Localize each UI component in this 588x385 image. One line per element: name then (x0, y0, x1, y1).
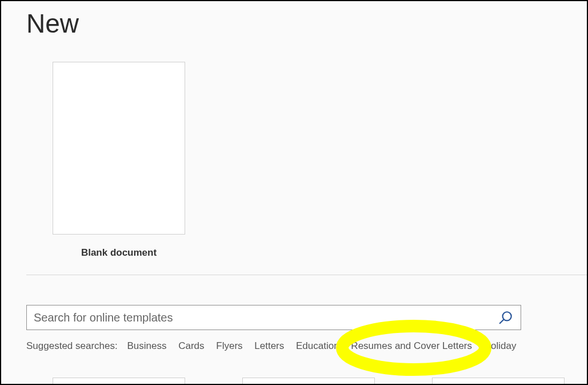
search-container (26, 305, 521, 330)
suggested-label: Suggested searches: (26, 340, 118, 351)
svg-point-0 (503, 312, 511, 320)
section-divider (26, 275, 588, 275)
search-icon (498, 310, 513, 325)
template-thumbnail-partial[interactable] (432, 378, 565, 385)
template-item-blank[interactable]: Blank document (53, 62, 185, 259)
suggested-link-education[interactable]: Education (296, 340, 339, 352)
template-label: Blank document (53, 247, 185, 259)
suggested-link-business[interactable]: Business (127, 340, 166, 352)
blank-document-thumbnail[interactable] (53, 62, 185, 235)
suggested-searches-row: Suggested searches: Business Cards Flyer… (26, 340, 587, 352)
bottom-template-row (53, 378, 587, 385)
svg-line-1 (499, 319, 504, 324)
suggested-link-letters[interactable]: Letters (254, 340, 284, 352)
template-gallery: Blank document (53, 62, 587, 259)
suggested-link-resumes[interactable]: Resumes and Cover Letters (351, 340, 472, 352)
suggested-link-flyers[interactable]: Flyers (216, 340, 242, 352)
suggested-link-cards[interactable]: Cards (178, 340, 204, 352)
search-input[interactable] (34, 311, 498, 324)
template-thumbnail-partial[interactable] (242, 378, 375, 385)
page-title: New (26, 8, 587, 39)
template-thumbnail-partial[interactable] (53, 378, 185, 385)
search-button[interactable] (498, 309, 514, 326)
suggested-link-holiday[interactable]: Holiday (484, 340, 517, 352)
